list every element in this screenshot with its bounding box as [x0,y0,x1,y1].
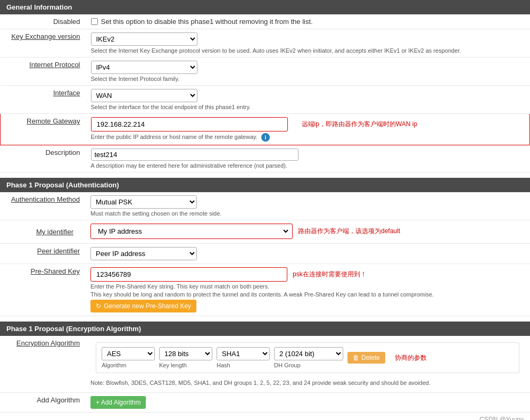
psk-help1: Enter the Pre-Shared Key string. This ke… [90,283,525,290]
interface-select[interactable]: WAN LAN [91,89,197,102]
remote-gateway-field: 远端ip，即路由器作为客户端时的WAN ip Enter the public … [86,114,530,145]
enc-algo-field: AES 3DES Blowfish CAST128 Algorithm 128 … [85,336,530,393]
peer-identifier-label[interactable]: Peer identifier [37,247,80,255]
keylength-select[interactable]: 128 bits 192 bits 256 bits [159,347,212,360]
hash-select[interactable]: SHA1 SHA256 SHA384 SHA512 MD5 [217,347,270,360]
peer-identifier-field: Peer IP address Distinguished name User … [85,244,530,264]
key-exchange-field: IKEv2 Auto IKEv1 Select the Internet Key… [86,29,530,57]
description-field: A description may be entered here for ad… [86,145,530,172]
internet-protocol-help: Select the Internet Protocol family. [91,76,525,82]
my-identifier-annotation: 路由器作为客户端，该选项为default [298,227,400,236]
auth-method-help: Must match the setting chosen on the rem… [90,210,525,217]
enc-algo-label-cell: Encryption Algorithm [0,336,85,393]
interface-field: WAN LAN Select the interface for the loc… [86,86,530,114]
disabled-help: Set this option to disable this phase1 w… [101,18,313,26]
psk-input[interactable] [93,269,285,280]
hash-label: Hash [217,362,270,368]
trash-icon: 🗑 [353,354,359,361]
phase1-enc-header: Phase 1 Proposal (Encryption Algorithm) [0,322,530,336]
peer-identifier-select[interactable]: Peer IP address Distinguished name User … [90,247,197,260]
refresh-icon: ↻ [96,302,101,310]
enc-annotation: 协商的参数 [395,353,427,363]
phase1-auth-header: Phase 1 Proposal (Authentication) [0,178,530,192]
add-algo-btn-label: + Add Algorithm [96,399,140,406]
remote-gateway-help: Enter the public IP address or host name… [91,133,525,142]
remote-gateway-input[interactable] [94,119,285,130]
delete-algo-button[interactable]: 🗑 Delete [347,352,385,364]
key-exchange-select[interactable]: IKEv2 Auto IKEv1 [91,32,197,46]
generate-psk-label: Generate new Pre-Shared Key [104,302,191,310]
psk-annotation: psk在连接时需要使用到！ [293,270,367,279]
add-algo-label: Add Algorithm [37,396,80,404]
key-exchange-label: Key Exchange version [1,29,86,57]
remote-gateway-annotation: 远端ip，即路由器作为客户端时的WAN ip [302,120,418,129]
auth-method-select[interactable]: Mutual PSK Mutual RSA xauth [90,195,197,209]
peer-identifier-label-cell: Peer identifier [0,244,85,264]
interface-help: Select the interface for the local endpo… [91,104,525,110]
internet-protocol-label: Internet Protocol [1,57,86,86]
auth-method-label: Authentication Method [0,192,85,220]
my-identifier-label[interactable]: My identifier [36,228,73,236]
algo-label: Algorithm [102,362,155,368]
disabled-checkbox[interactable] [91,18,98,25]
hash-group: SHA1 SHA256 SHA384 SHA512 MD5 Hash [217,347,270,368]
keylength-group: 128 bits 192 bits 256 bits Key length [159,347,212,368]
disabled-label: Disabled [1,14,86,29]
algo-group: AES 3DES Blowfish CAST128 Algorithm [102,347,155,368]
my-identifier-select[interactable]: My IP address Distinguished name User FQ… [93,225,290,237]
keylength-label: Key length [159,362,212,368]
description-help: A description may be entered here for ad… [91,162,525,169]
delete-label: Delete [361,354,380,361]
psk-label-cell: Pre-Shared Key [0,264,85,316]
watermark: CSDN @Yuuny [0,413,530,420]
key-exchange-help: Select the Internet Key Exchange protoco… [91,47,525,54]
my-identifier-field: My IP address Distinguished name User FQ… [85,220,530,244]
general-info-header: General Information [0,0,530,14]
algorithm-select[interactable]: AES 3DES Blowfish CAST128 [102,347,155,360]
my-identifier-label-cell: My identifier [0,220,85,244]
internet-protocol-select[interactable]: IPv4 IPv6 [91,61,197,74]
dhgroup-select[interactable]: 2 (1024 bit) 5 (1536 bit) 14 (2048 bit) [274,347,343,360]
remote-gateway-info-icon[interactable]: i [261,133,270,142]
dhgroup-label: DH Group [274,362,343,368]
auth-method-field: Mutual PSK Mutual RSA xauth Must match t… [85,192,530,220]
enc-note: Note: Blowfish, 3DES, CAST128, MD5, SHA1… [90,376,525,389]
internet-protocol-field: IPv4 IPv6 Select the Internet Protocol f… [86,57,530,86]
dhgroup-group: 2 (1024 bit) 5 (1536 bit) 14 (2048 bit) … [274,347,343,368]
disabled-field: Set this option to disable this phase1 w… [86,14,530,29]
enc-algo-label[interactable]: Encryption Algorithm [16,339,80,347]
psk-label[interactable]: Pre-Shared Key [31,267,80,275]
remote-gateway-label: Remote Gateway [1,114,86,145]
add-algo-label-cell: Add Algorithm [0,393,85,413]
interface-label: Interface [1,86,86,114]
description-input[interactable] [91,149,299,161]
generate-psk-button[interactable]: ↻ Generate new Pre-Shared Key [90,300,196,312]
psk-help2: This key should be long and random to pr… [90,291,525,298]
add-algorithm-button[interactable]: + Add Algorithm [90,396,146,409]
add-algo-field: + Add Algorithm [85,393,530,413]
description-label: Description [1,145,86,172]
psk-field: psk在连接时需要使用到！ Enter the Pre-Shared Key s… [85,264,530,316]
